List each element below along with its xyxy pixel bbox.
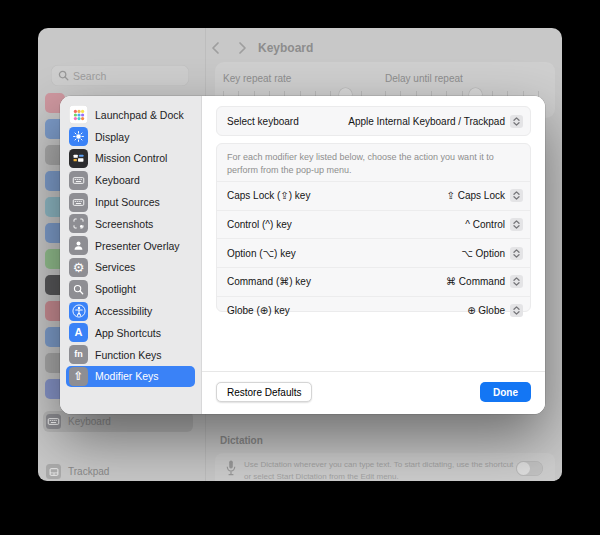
page-title: Keyboard (258, 41, 313, 55)
popup-stepper-icon (510, 218, 523, 231)
sidebar-item-label: Launchpad & Dock (95, 109, 184, 121)
sidebar-item-trackpad[interactable]: Trackpad (43, 461, 193, 481)
sheet-sidebar-item-app-shortcuts[interactable]: AApp Shortcuts (66, 322, 195, 344)
sidebar-item-label: Keyboard (95, 174, 140, 186)
modifier-popup-button[interactable]: ⊕ Globe (467, 304, 523, 317)
sheet-sidebar-item-keyboard[interactable]: Keyboard (66, 169, 195, 191)
restore-defaults-button[interactable]: Restore Defaults (216, 382, 312, 402)
sidebar-item-label: Presenter Overlay (95, 240, 180, 252)
modifier-popup-value: ⌥ Option (461, 248, 505, 259)
keyboard-popup-button[interactable]: Apple Internal Keyboard / Trackpad (348, 115, 523, 128)
modifier-row-label: Command (⌘) key (227, 276, 311, 287)
launchpad-icon (69, 105, 88, 124)
modifier-popup-button[interactable]: ^ Control (465, 218, 523, 231)
key-repeat-label: Key repeat rate (223, 73, 291, 84)
presenter-overlay-icon (69, 236, 88, 255)
modifier-row-label: Caps Lock (⇪) key (227, 190, 310, 201)
search-icon (58, 70, 69, 81)
sheet-sidebar-item-presenter-overlay[interactable]: Presenter Overlay (66, 235, 195, 257)
services-icon: ⚙ (69, 258, 88, 277)
sidebar-item-label: Function Keys (95, 349, 162, 361)
function-keys-icon: fn (69, 345, 88, 364)
sheet-sidebar-item-input-sources[interactable]: Input Sources (66, 191, 195, 213)
trackpad-icon (46, 464, 61, 479)
keyboard-icon (46, 414, 61, 429)
sidebar-item-label: Modifier Keys (95, 370, 159, 382)
modifier-popup-value: ^ Control (465, 219, 505, 230)
sidebar-item-keyboard[interactable]: Keyboard (43, 411, 193, 432)
modifier-keys-card: For each modifier key listed below, choo… (216, 143, 531, 312)
select-keyboard-label: Select keyboard (227, 116, 299, 127)
sidebar-item-label: Screenshots (95, 218, 153, 230)
modifier-row-globe-key: Globe (⊕) key⊕ Globe (217, 296, 530, 325)
modifier-popup-button[interactable]: ⌘ Command (446, 275, 523, 288)
popup-stepper-icon (510, 247, 523, 260)
footer-divider (202, 371, 545, 372)
display-icon (69, 127, 88, 146)
sidebar-item-label: Spotlight (95, 283, 136, 295)
accessibility-icon (69, 302, 88, 321)
sheet-sidebar-item-services[interactable]: ⚙Services (66, 257, 195, 279)
app-shortcuts-icon: A (69, 323, 88, 342)
dictation-card: Use Dictation wherever you can type text… (215, 453, 555, 481)
sheet-sidebar-item-spotlight[interactable]: Spotlight (66, 278, 195, 300)
popup-stepper-icon (510, 275, 523, 288)
input-sources-icon (69, 193, 88, 212)
back-button[interactable] (208, 39, 224, 57)
forward-button[interactable] (234, 39, 250, 57)
modifier-row-label: Globe (⊕) key (227, 305, 290, 316)
sidebar-item-label: Input Sources (95, 196, 160, 208)
sheet-sidebar-item-launchpad-dock[interactable]: Launchpad & Dock (66, 104, 195, 126)
sidebar-item-label: Services (95, 261, 135, 273)
microphone-icon (224, 459, 238, 481)
modifier-popup-button[interactable]: ⇪ Caps Lock (447, 189, 523, 202)
modifier-popup-value: ⌘ Command (446, 276, 505, 287)
modifier-popup-value: ⊕ Globe (467, 305, 505, 316)
modifier-popup-value: ⇪ Caps Lock (447, 190, 505, 201)
popup-stepper-icon (510, 115, 523, 128)
popup-stepper-icon (510, 189, 523, 202)
sheet-sidebar-item-accessibility[interactable]: Accessibility (66, 300, 195, 322)
dictation-heading: Dictation (220, 435, 263, 446)
modifier-keys-description: For each modifier key listed below, choo… (217, 144, 530, 181)
screenshots-icon (69, 214, 88, 233)
popup-stepper-icon (510, 304, 523, 317)
sheet-sidebar-item-mission-control[interactable]: Mission Control (66, 148, 195, 170)
sheet-sidebar: Launchpad & DockDisplayMission ControlKe… (60, 96, 202, 414)
delay-until-repeat-label: Delay until repeat (385, 73, 463, 84)
modifier-keys-icon: ⇧ (69, 367, 88, 386)
dictation-toggle[interactable] (516, 461, 543, 476)
dictation-description: Use Dictation wherever you can type text… (244, 459, 516, 481)
sidebar-item-label: App Shortcuts (95, 327, 161, 339)
modifier-row-option-key: Option (⌥) key⌥ Option (217, 238, 530, 267)
modifier-row-command-key: Command (⌘) key⌘ Command (217, 267, 530, 296)
sheet-sidebar-item-screenshots[interactable]: Screenshots (66, 213, 195, 235)
sheet-sidebar-item-modifier-keys[interactable]: ⇧Modifier Keys (66, 366, 195, 388)
done-button[interactable]: Done (480, 382, 531, 402)
sidebar-item-label: Mission Control (95, 152, 167, 164)
select-keyboard-row: Select keyboard Apple Internal Keyboard … (216, 106, 531, 136)
sheet-sidebar-item-display[interactable]: Display (66, 126, 195, 148)
sheet-sidebar-item-function-keys[interactable]: fnFunction Keys (66, 344, 195, 366)
modifier-row-label: Control (^) key (227, 219, 292, 230)
spotlight-icon (69, 280, 88, 299)
keyboard-icon (69, 171, 88, 190)
modifier-popup-button[interactable]: ⌥ Option (461, 247, 523, 260)
sidebar-item-label: Keyboard (68, 416, 111, 427)
modifier-row-label: Option (⌥) key (227, 248, 296, 259)
toggle-knob (517, 462, 530, 475)
mission-control-icon (69, 149, 88, 168)
search-placeholder: Search (73, 70, 106, 82)
modifier-row-caps-lock-key: Caps Lock (⇪) key⇪ Caps Lock (217, 181, 530, 210)
sidebar-item-label: Trackpad (68, 466, 109, 477)
modifier-row-control-key: Control (^) key^ Control (217, 210, 530, 239)
sheet-panel: Select keyboard Apple Internal Keyboard … (202, 96, 545, 414)
sidebar-item-label: Display (95, 131, 129, 143)
sidebar-item-label: Accessibility (95, 305, 152, 317)
modifier-keys-sheet: Launchpad & DockDisplayMission ControlKe… (60, 96, 545, 414)
search-input[interactable]: Search (51, 65, 189, 86)
keyboard-popup-value: Apple Internal Keyboard / Trackpad (348, 116, 505, 127)
